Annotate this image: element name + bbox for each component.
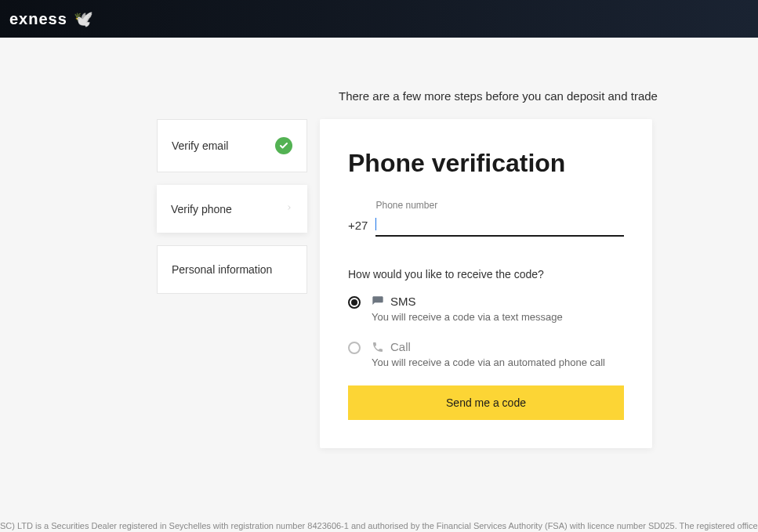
option-call[interactable]: Call You will receive a code via an auto… xyxy=(348,340,624,368)
radio-sms[interactable] xyxy=(348,296,361,309)
dove-icon: 🕊️ xyxy=(74,9,94,28)
phone-label: Phone number xyxy=(375,200,624,211)
step-label: Verify phone xyxy=(171,203,232,215)
delivery-question: How would you like to receive the code? xyxy=(348,268,624,280)
step-personal-info[interactable]: Personal information xyxy=(157,245,307,294)
phone-prefix[interactable]: +27 xyxy=(348,219,368,237)
brand-text: exness xyxy=(9,10,67,28)
app-header: exness 🕊️ xyxy=(0,0,758,38)
card-title: Phone verification xyxy=(348,149,624,178)
check-icon xyxy=(275,137,292,154)
steps-sidebar: Verify email Verify phone Personal infor… xyxy=(157,119,307,294)
send-code-button[interactable]: Send me a code xyxy=(348,385,624,420)
option-title: SMS xyxy=(390,295,416,308)
step-label: Verify email xyxy=(172,139,228,152)
step-verify-email[interactable]: Verify email xyxy=(157,119,307,172)
step-label: Personal information xyxy=(172,263,272,276)
option-sub: You will receive a code via an automated… xyxy=(372,356,624,368)
chevron-right-icon xyxy=(285,202,293,215)
legal-footer: SC) LTD is a Securities Dealer registere… xyxy=(0,521,758,530)
option-title: Call xyxy=(390,340,411,353)
radio-call[interactable] xyxy=(348,342,361,354)
input-caret xyxy=(375,218,376,230)
step-verify-phone[interactable]: Verify phone xyxy=(157,185,307,233)
page-intro: There are a few more steps before you ca… xyxy=(339,89,658,103)
sms-icon xyxy=(372,295,384,308)
phone-input[interactable] xyxy=(375,214,624,237)
option-sub: You will receive a code via a text messa… xyxy=(372,311,624,323)
brand-logo[interactable]: exness 🕊️ xyxy=(9,9,94,28)
verification-card: Phone verification +27 Phone number How … xyxy=(320,119,652,448)
phone-row: +27 Phone number xyxy=(348,200,624,237)
option-sms[interactable]: SMS You will receive a code via a text m… xyxy=(348,295,624,323)
call-icon xyxy=(372,341,384,353)
